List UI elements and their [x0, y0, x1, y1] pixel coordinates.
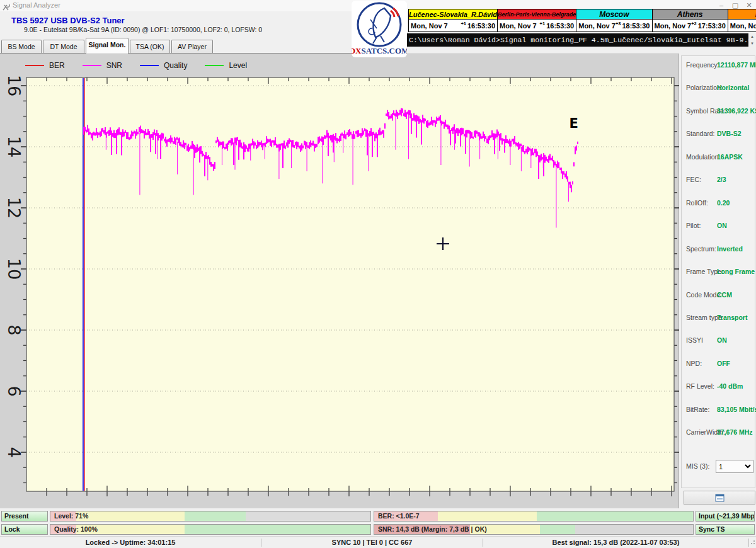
svg-text:6: 6	[4, 385, 24, 396]
svg-text:4: 4	[4, 447, 24, 457]
scroll-down-icon[interactable]: ▼	[748, 40, 756, 47]
clock-utc-offset: +2	[691, 21, 697, 26]
clock-body: Mon, Nov 7+217:53:30	[653, 20, 728, 31]
clock-dubai: DubaiMon, Nov 7+419:53:30	[728, 9, 756, 32]
meter-level: Level: 71%	[50, 511, 371, 522]
param-row-modulation: Modulation:16APSK	[682, 153, 755, 162]
svg-text:8: 8	[4, 324, 24, 335]
indicator-present: Present	[1, 511, 48, 522]
chart-panel: BERSNRQualityLevel 16141210864E	[0, 54, 679, 508]
param-label: NPD:	[686, 360, 702, 367]
tab-signal-mon-[interactable]: Signal Mon.	[86, 38, 129, 54]
param-label: ISSYI	[686, 336, 703, 344]
clock-city: Berlin-Paris-Vienna-Belgrade	[498, 9, 576, 20]
indicator-sync-ts: Sync TS	[696, 524, 755, 535]
param-row-codemode: Code Mode:CCM	[682, 291, 755, 300]
clock-body: Mon, Nov 7+419:53:30	[728, 20, 756, 31]
param-value: 31396,922 KS/s	[717, 107, 756, 115]
param-value: OFF	[717, 360, 730, 367]
console-view-button[interactable]	[684, 491, 755, 505]
clock-athens: AthensMon, Nov 7+217:53:30	[653, 9, 728, 32]
status-section-2: Best signal: 15,3 dB (2022-11-07 03:53)	[483, 539, 748, 546]
clock-body: Mon, Nov 7+116:53:30	[498, 20, 576, 31]
signal-parameters-panel: MIS (3): 1 Frequency:12110,877 MHzPolari…	[681, 55, 755, 488]
app-icon	[3, 2, 10, 9]
meter-quality: Quality: 100%	[50, 524, 371, 535]
svg-text:12: 12	[4, 197, 24, 219]
signal-analyzer-window: Signal Analyzer – ▢ ✕ TBS 5927 USB DVB-S…	[0, 0, 756, 548]
clock-date: Mon, Nov 7	[578, 22, 616, 30]
clock-moscow: MoscowMon, Nov 7+318:53:30	[576, 9, 652, 32]
tab-av-player[interactable]: AV Player	[171, 40, 213, 53]
clock-time: 18:53:30	[622, 22, 650, 30]
param-value: 12110,877 MHz	[717, 61, 756, 69]
clock-utc-offset: +3	[616, 21, 621, 26]
param-row-pilot: Pilot:ON	[682, 222, 755, 231]
window-title: Signal Analyzer	[13, 1, 60, 9]
indicator-lock: Lock	[1, 524, 48, 535]
param-row-frequency: Frequency:12110,877 MHz	[682, 61, 755, 70]
param-value: 2/3	[717, 176, 726, 183]
mis-select[interactable]: 1	[716, 460, 753, 473]
param-label: FEC:	[686, 176, 701, 183]
clock-city: Dubai	[728, 9, 756, 20]
param-label: BitRate:	[686, 406, 709, 413]
param-value: Inverted	[717, 245, 743, 253]
meter-ber: BER: <1.0E-7	[374, 511, 694, 522]
clock-lu-enec-slovakia-r-d: Lučenec-Slovakia_R.DávidMon, Nov 7+116:5…	[408, 9, 498, 32]
status-bar: Locked -> Uptime: 34:01:15SYNC 10 | TEI …	[0, 536, 756, 548]
device-subtitle: 9.0E - Eutelsat 9B/Ka-Sat 9A (ID: 0090) …	[24, 26, 262, 33]
param-row-rflevel: RF Level:-40 dBm	[682, 382, 755, 391]
tab-tsa-ok-[interactable]: TSA (OK)	[130, 40, 170, 53]
clock-date: Mon, Nov 7	[730, 22, 756, 30]
param-row-issyi: ISSYION	[682, 336, 755, 345]
clock-berlin-paris-vienna-: Berlin-Paris-Vienna-BelgradeMon, Nov 7+1…	[498, 9, 576, 32]
param-value: CCM	[717, 291, 732, 299]
mis-row: MIS (3): 1	[682, 460, 755, 474]
window-list-icon	[715, 494, 724, 502]
status-section-0: Locked -> Uptime: 34:01:15	[0, 539, 261, 546]
status-separator	[748, 539, 749, 547]
param-row-frametype: Frame Type:Long Frame	[682, 268, 755, 277]
console-command-text: C:\Users\Roman Dávid>Signal monitoring_P…	[409, 36, 748, 44]
param-value: ON	[717, 336, 727, 344]
param-value: 16APSK	[717, 153, 743, 161]
plot-area[interactable]: 16141210864E	[0, 54, 679, 496]
meter-row: PresentLevel: 71%BER: <1.0E-7Input (~21,…	[0, 511, 756, 522]
meter-snr: SNR: 14,3 dB (Margin: 7,3 dB | OK)	[374, 524, 694, 535]
tab-bs-mode[interactable]: BS Mode	[1, 40, 42, 53]
logo-text-rest: SATCS.COM	[361, 46, 407, 55]
param-value: DVB-S2	[717, 130, 742, 137]
clock-body: Mon, Nov 7+318:53:30	[576, 20, 651, 31]
param-label: Standard:	[686, 130, 715, 137]
param-row-spectrum: Spectrum:Inverted	[682, 245, 755, 254]
world-clocks: Lučenec-Slovakia_R.DávidMon, Nov 7+116:5…	[408, 9, 752, 32]
param-value: Long Frame	[717, 268, 755, 275]
param-row-standard: Standard:DVB-S2	[682, 130, 755, 139]
param-value: ON	[717, 222, 727, 229]
tab-bar: BS ModeDT ModeSignal Mon.TSA (OK)AV Play…	[0, 38, 406, 54]
scroll-up-icon[interactable]: ▲	[748, 33, 756, 40]
console-window: C:\Users\Roman Dávid>Signal monitoring_P…	[406, 33, 748, 47]
param-row-bitrate: BitRate:83,105 Mbit/s	[682, 406, 755, 414]
param-row-symbolrate: Symbol Rate:31396,922 KS/s	[682, 107, 755, 116]
clock-time: 16:53:30	[467, 22, 495, 30]
svg-text:14: 14	[4, 136, 24, 157]
resize-grip[interactable]	[750, 536, 755, 547]
param-row-polarization: Polarization:Horizontal	[682, 84, 755, 93]
param-value: -40 dBm	[717, 382, 743, 390]
tab-dt-mode[interactable]: DT Mode	[43, 40, 84, 53]
clock-date: Mon, Nov 7	[655, 22, 692, 30]
mis-label: MIS (3):	[686, 462, 709, 470]
param-row-fec: FEC:2/3	[682, 176, 755, 185]
param-label: Modulation:	[686, 153, 720, 161]
clock-time: 16:53:30	[546, 22, 574, 30]
chart-annotation: E	[569, 116, 578, 131]
logo-text-dx: DX	[352, 46, 362, 55]
svg-text:10: 10	[4, 258, 24, 280]
param-label: RollOff:	[686, 199, 708, 207]
clock-body: Mon, Nov 7+116:53:30	[409, 20, 497, 31]
device-title: TBS 5927 USB DVB-S2 Tuner	[11, 16, 125, 25]
param-value: 37,676 MHz	[717, 428, 753, 436]
param-label: Spectrum:	[686, 245, 716, 253]
